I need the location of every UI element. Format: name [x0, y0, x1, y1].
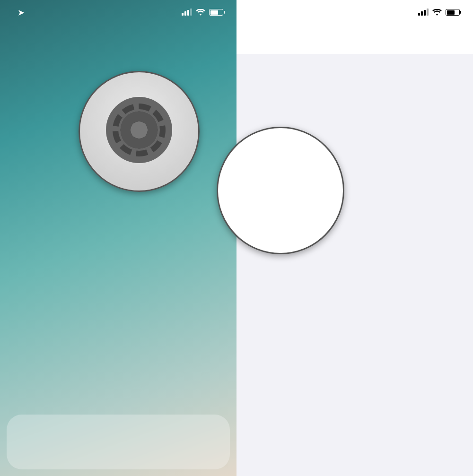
wifi-icon [432, 9, 442, 16]
battery-icon [446, 9, 460, 16]
gear-icon [106, 97, 172, 163]
status-time: ➤ [16, 7, 24, 18]
status-indicators [181, 7, 223, 18]
settings-list[interactable] [236, 54, 473, 476]
cellular-icon [181, 7, 192, 18]
location-arrow-icon: ➤ [18, 8, 24, 17]
home-screen-pane: ➤ [0, 0, 236, 476]
status-bar-right [236, 0, 473, 25]
magnifier-general-row [217, 127, 344, 254]
status-indicators [417, 7, 460, 18]
magnifier-settings-app [79, 71, 200, 192]
battery-icon [209, 9, 223, 16]
status-bar-left: ➤ [0, 0, 236, 25]
cellular-icon [417, 7, 429, 18]
dock [7, 415, 230, 469]
wifi-icon [196, 9, 205, 16]
